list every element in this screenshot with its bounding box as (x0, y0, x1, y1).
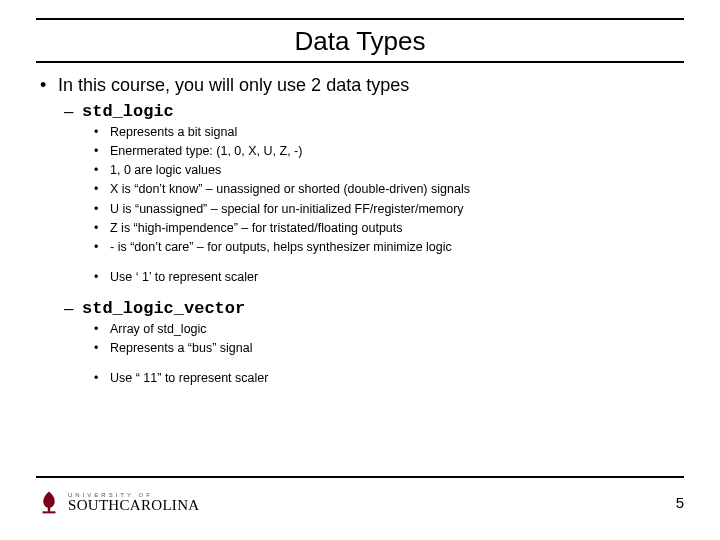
list-item: - is “don’t care” – for outputs, helps s… (36, 238, 684, 256)
logo-big-1: SOUTH (68, 497, 120, 513)
logo-big-2: CAROLINA (120, 497, 200, 513)
list-item: Represents a bit signal (36, 123, 684, 141)
type-std-logic: std_logic (36, 102, 684, 121)
content-body: In this course, you will only use 2 data… (36, 63, 684, 387)
bullet-l1: In this course, you will only use 2 data… (36, 75, 684, 96)
footer: UNIVERSITY OF SOUTHCAROLINA 5 (36, 476, 684, 522)
page-number: 5 (676, 494, 684, 511)
list-item: Z is “high-impendence” – for tristated/f… (36, 219, 684, 237)
tree-icon (36, 489, 62, 515)
list-item: U is “unassigned” – special for un-initi… (36, 200, 684, 218)
university-logo: UNIVERSITY OF SOUTHCAROLINA (36, 489, 199, 515)
list-item: Represents a “bus” signal (36, 339, 684, 357)
svg-rect-1 (48, 505, 50, 512)
svg-rect-2 (43, 511, 56, 513)
list-item: 1, 0 are logic values (36, 161, 684, 179)
footer-rule (36, 476, 684, 478)
page-title: Data Types (36, 20, 684, 61)
list-item: Use ‘ 1’ to represent scaler (36, 268, 684, 286)
list-item: Use “ 11” to represent scaler (36, 369, 684, 387)
list-item: Enermerated type: (1, 0, X, U, Z, -) (36, 142, 684, 160)
list-item: X is “don’t know” – unassigned or shorte… (36, 180, 684, 198)
list-item: Array of std_logic (36, 320, 684, 338)
type-std-logic-vector: std_logic_vector (36, 299, 684, 318)
